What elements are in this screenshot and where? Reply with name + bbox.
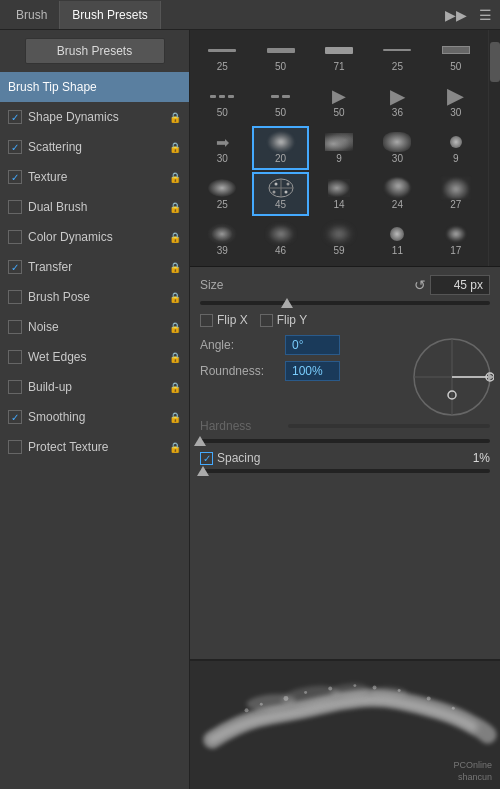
brush-cell-24[interactable]: 17: [428, 218, 484, 262]
brush-preview-5: [207, 86, 237, 106]
brush-cell-0[interactable]: 25: [194, 34, 250, 78]
brush-cell-11[interactable]: 20: [252, 126, 308, 170]
sidebar-item-shape-dynamics[interactable]: ✓ Shape Dynamics 🔒: [0, 102, 189, 132]
brush-cell-23[interactable]: 11: [369, 218, 425, 262]
sidebar-item-texture[interactable]: ✓ Texture 🔒: [0, 162, 189, 192]
check-color-dynamics[interactable]: [8, 230, 22, 244]
size-slider-track[interactable]: [200, 301, 490, 305]
brush-cell-5[interactable]: 50: [194, 80, 250, 124]
angle-label: Angle:: [200, 338, 285, 352]
svg-point-6: [286, 183, 289, 186]
brush-cell-19[interactable]: 27: [428, 172, 484, 216]
roundness-input[interactable]: [285, 361, 340, 381]
check-transfer[interactable]: ✓: [8, 260, 22, 274]
check-build-up[interactable]: [8, 380, 22, 394]
brush-num-24: 17: [450, 245, 461, 256]
svg-point-5: [272, 191, 275, 194]
brush-cell-21[interactable]: 46: [252, 218, 308, 262]
brush-num-1: 50: [275, 61, 286, 72]
brush-cell-22[interactable]: 59: [311, 218, 367, 262]
angle-circle[interactable]: [410, 335, 490, 415]
angle-row: Angle:: [200, 335, 400, 355]
check-scattering[interactable]: ✓: [8, 140, 22, 154]
sidebar-item-color-dynamics[interactable]: Color Dynamics 🔒: [0, 222, 189, 252]
check-brush-pose[interactable]: [8, 290, 22, 304]
flip-y-checkbox[interactable]: [260, 314, 273, 327]
check-protect-texture[interactable]: [8, 440, 22, 454]
brush-num-4: 50: [450, 61, 461, 72]
brush-grid-scrollbar[interactable]: [488, 30, 500, 266]
angle-input[interactable]: [285, 335, 340, 355]
sidebar-item-transfer[interactable]: ✓ Transfer 🔒: [0, 252, 189, 282]
size-input[interactable]: [430, 275, 490, 295]
brush-cell-2[interactable]: 71: [311, 34, 367, 78]
size-slider-container: [200, 301, 490, 305]
check-dual-brush[interactable]: [8, 200, 22, 214]
brush-grid-wrapper: 25 50 71 25: [190, 30, 500, 267]
brush-cell-20[interactable]: 39: [194, 218, 250, 262]
brush-cell-12[interactable]: 9: [311, 126, 367, 170]
sidebar-item-smoothing[interactable]: ✓ Smoothing 🔒: [0, 402, 189, 432]
sidebar-label-texture: Texture: [28, 170, 165, 184]
tab-brush-presets[interactable]: Brush Presets: [60, 1, 160, 29]
sidebar-item-dual-brush[interactable]: Dual Brush 🔒: [0, 192, 189, 222]
brush-cell-14[interactable]: 9: [428, 126, 484, 170]
spacing-slider-track[interactable]: [200, 469, 490, 473]
brush-cell-13[interactable]: 30: [369, 126, 425, 170]
spacing-checkbox[interactable]: ✓: [200, 452, 213, 465]
brush-num-6: 50: [275, 107, 286, 118]
sidebar-item-brush-tip-shape[interactable]: Brush Tip Shape: [0, 72, 189, 102]
scrollbar-thumb[interactable]: [490, 42, 500, 82]
svg-point-3: [274, 183, 277, 186]
size-slider-thumb[interactable]: [281, 298, 293, 308]
hardness-slider-thumb[interactable]: [194, 436, 206, 446]
sidebar-item-build-up[interactable]: Build-up 🔒: [0, 372, 189, 402]
brush-cell-9[interactable]: ▶ 30: [428, 80, 484, 124]
controls-area: Size ↺ Flip X Flip Y: [190, 267, 500, 659]
brush-cell-1[interactable]: 50: [252, 34, 308, 78]
sidebar-item-wet-edges[interactable]: Wet Edges 🔒: [0, 342, 189, 372]
check-noise[interactable]: [8, 320, 22, 334]
sidebar-item-brush-pose[interactable]: Brush Pose 🔒: [0, 282, 189, 312]
check-shape-dynamics[interactable]: ✓: [8, 110, 22, 124]
brush-cell-6[interactable]: 50: [252, 80, 308, 124]
brush-cell-4[interactable]: 50: [428, 34, 484, 78]
brush-cell-16[interactable]: 45: [252, 172, 308, 216]
brush-preview-6: [266, 86, 296, 106]
sidebar-item-protect-texture[interactable]: Protect Texture 🔒: [0, 432, 189, 462]
brush-preview-19: [441, 178, 471, 198]
sidebar-item-scattering[interactable]: ✓ Scattering 🔒: [0, 132, 189, 162]
brush-cell-3[interactable]: 25: [369, 34, 425, 78]
brush-num-11: 20: [275, 153, 286, 164]
hardness-row: Hardness: [200, 419, 490, 433]
forward-icon[interactable]: ▶▶: [441, 5, 471, 25]
brush-cell-18[interactable]: 24: [369, 172, 425, 216]
brush-cell-8[interactable]: ▶ 36: [369, 80, 425, 124]
flip-x-item[interactable]: Flip X: [200, 313, 248, 327]
check-wet-edges[interactable]: [8, 350, 22, 364]
brush-cell-7[interactable]: ▶ 50: [311, 80, 367, 124]
main-layout: Brush Presets Brush Tip Shape ✓ Shape Dy…: [0, 30, 500, 789]
brush-preview-0: [207, 40, 237, 60]
sidebar-item-noise[interactable]: Noise 🔒: [0, 312, 189, 342]
flip-x-checkbox[interactable]: [200, 314, 213, 327]
check-smoothing[interactable]: ✓: [8, 410, 22, 424]
brush-cell-17[interactable]: 14: [311, 172, 367, 216]
tab-brush[interactable]: Brush: [4, 1, 60, 29]
hardness-slider[interactable]: [288, 424, 490, 428]
reset-button[interactable]: ↺: [410, 277, 430, 293]
hardness-slider-track[interactable]: [200, 439, 490, 443]
spacing-slider-thumb[interactable]: [197, 466, 209, 476]
brush-cell-15[interactable]: 25: [194, 172, 250, 216]
menu-icon[interactable]: ☰: [475, 5, 496, 25]
brush-num-19: 27: [450, 199, 461, 210]
brush-num-13: 30: [392, 153, 403, 164]
size-label: Size: [200, 278, 280, 292]
hardness-slider-container: [200, 439, 490, 443]
brush-cell-10[interactable]: ➡ 30: [194, 126, 250, 170]
flip-y-item[interactable]: Flip Y: [260, 313, 307, 327]
brush-presets-button[interactable]: Brush Presets: [25, 38, 165, 64]
check-texture[interactable]: ✓: [8, 170, 22, 184]
brush-preview-9: ▶: [441, 86, 471, 106]
sidebar-label-brush-tip-shape: Brush Tip Shape: [8, 80, 181, 94]
